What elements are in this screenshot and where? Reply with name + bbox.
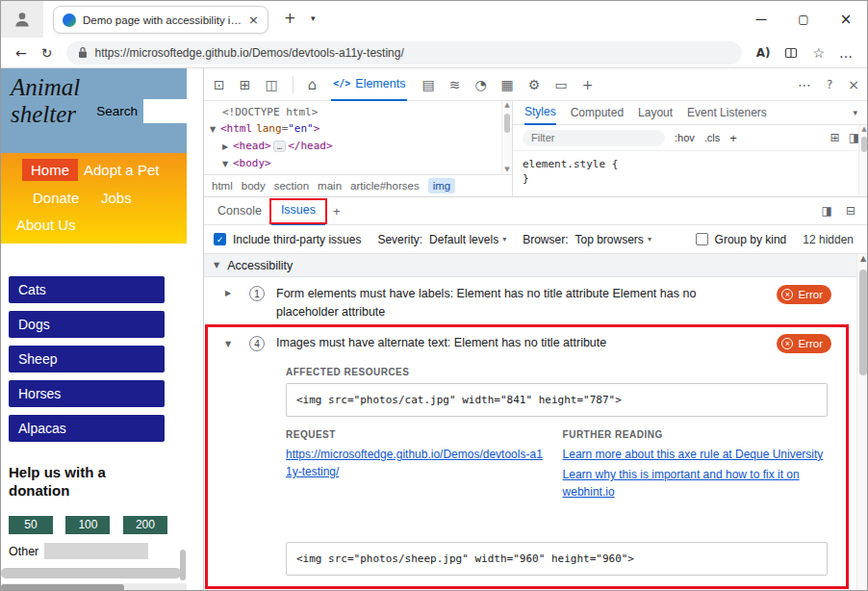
nav-home[interactable]: Home — [22, 159, 78, 181]
refresh-button[interactable]: ↻ — [41, 45, 53, 61]
category-button-cats[interactable]: Cats — [9, 276, 165, 303]
memory-panel-icon[interactable]: ▦ — [501, 77, 514, 92]
dom-ellipsis-button[interactable]: … — [273, 141, 286, 152]
issue-category-accessibility[interactable]: ▼ Accessibility — [204, 254, 856, 277]
settings-gear-icon[interactable]: ⚙ — [528, 77, 541, 92]
tab-computed[interactable]: Computed — [571, 106, 624, 119]
deque-rule-link[interactable]: Learn more about this axe rule at Deque … — [563, 446, 828, 463]
scrollbar-thumb[interactable] — [504, 114, 510, 133]
nav-jobs[interactable]: Jobs — [101, 190, 132, 206]
toggle-element-state-button[interactable]: :hov — [675, 132, 695, 143]
add-drawer-tab-button[interactable]: + — [325, 204, 348, 218]
more-tabs-button[interactable]: + — [582, 77, 594, 92]
nav-about-us[interactable]: About Us — [16, 217, 76, 233]
breadcrumb-body[interactable]: body — [242, 180, 266, 192]
element-style-open[interactable]: element.style { — [523, 157, 859, 171]
breadcrumb-article-horses[interactable]: article#horses — [350, 180, 420, 192]
request-link[interactable]: https://microsoftedge.github.io/Demos/de… — [286, 446, 546, 480]
dom-html-open[interactable]: <html — [220, 122, 252, 135]
focus-page-icon[interactable]: ◫ — [265, 77, 277, 92]
collapsed-arrow-icon[interactable]: ▶ — [225, 285, 237, 297]
profile-button[interactable] — [1, 1, 43, 38]
device-emulation-icon[interactable]: ⊞ — [240, 77, 251, 92]
styles-filter-input[interactable] — [523, 130, 665, 146]
issues-scrollbar[interactable]: ▲ — [856, 254, 868, 591]
tab-actions-chevron-icon[interactable]: ▾ — [311, 13, 316, 23]
collections-icon[interactable] — [784, 46, 798, 60]
tab-styles[interactable]: Styles — [524, 101, 556, 125]
tab-elements[interactable]: </> Elements — [331, 68, 407, 101]
sources-panel-icon[interactable]: ▤ — [421, 77, 434, 92]
affected-resource-code-sheep[interactable]: <img src="photos/sheep.jpg" width="960" … — [286, 542, 828, 576]
url-field[interactable]: https://microsoftedge.github.io/Demos/de… — [66, 41, 741, 64]
webhint-link[interactable]: Learn why this is important and how to f… — [563, 466, 828, 501]
include-third-party-checkbox[interactable]: ✓ — [214, 233, 226, 245]
dom-head-close[interactable]: </head> — [288, 140, 332, 152]
donation-slider[interactable] — [1, 568, 181, 578]
breadcrumb-main[interactable]: main — [318, 180, 342, 192]
new-tab-button[interactable]: + — [284, 10, 296, 27]
element-style-rule[interactable]: element.style { } — [513, 151, 868, 192]
amount-button-100[interactable]: 100 — [65, 516, 110, 534]
application-panel-icon[interactable]: ▭ — [554, 77, 567, 92]
minimize-button[interactable]: — — [740, 1, 782, 38]
back-button[interactable]: ← — [15, 45, 27, 61]
affected-resource-code-cat[interactable]: <img src="photos/cat.jpg" width="841" he… — [286, 383, 828, 417]
scroll-up-icon[interactable]: ▲ — [504, 101, 509, 109]
inspect-element-icon[interactable]: ⊡ — [214, 77, 225, 92]
dom-html-attr[interactable]: lang — [256, 122, 282, 135]
close-devtools-icon[interactable]: × — [848, 77, 859, 92]
issue-row-form-labels[interactable]: ▶ 1 Form elements must have labels: Elem… — [204, 277, 856, 327]
welcome-home-icon[interactable]: ⌂ — [308, 76, 318, 93]
category-button-alpacas[interactable]: Alpacas — [9, 415, 165, 442]
read-aloud-icon[interactable]: A) — [756, 46, 771, 60]
other-amount-input[interactable] — [44, 543, 148, 559]
breadcrumb-img-selected[interactable]: img — [428, 178, 456, 193]
category-button-sheep[interactable]: Sheep — [9, 346, 165, 373]
new-style-rule-button[interactable]: + — [729, 131, 737, 145]
nav-adopt-a-pet[interactable]: Adopt a Pet — [84, 162, 159, 178]
breadcrumb-section[interactable]: section — [274, 180, 309, 192]
category-button-horses[interactable]: Horses — [9, 380, 165, 407]
more-tabs-chevron-icon[interactable]: ▾ — [853, 108, 857, 117]
amount-button-200[interactable]: 200 — [123, 516, 167, 534]
settings-more-icon[interactable]: … — [839, 45, 853, 61]
tab-issues[interactable]: Issues — [271, 197, 325, 225]
styles-scrollbar[interactable]: ▲ — [858, 125, 868, 196]
close-window-button[interactable]: × — [825, 1, 867, 38]
page-vertical-scrollbar-thumb[interactable] — [180, 550, 186, 580]
nav-donate[interactable]: Donate — [33, 190, 79, 206]
category-button-dogs[interactable]: Dogs — [9, 311, 165, 338]
dom-html-value[interactable]: "en" — [288, 122, 314, 135]
performance-panel-icon[interactable]: ◔ — [474, 77, 486, 92]
tab-event-listeners[interactable]: Event Listeners — [687, 106, 767, 119]
element-classes-button[interactable]: .cls — [704, 132, 721, 143]
issue-row-images-alt[interactable]: ▼ 4 Images must have alternate text: Ele… — [204, 327, 856, 360]
more-options-icon[interactable]: ⋯ — [798, 77, 811, 92]
search-input[interactable] — [143, 99, 187, 123]
dom-head-open[interactable]: <head> — [233, 140, 271, 152]
dom-body-open[interactable]: <body> — [233, 157, 271, 169]
dom-tree-scrollbar[interactable]: ▲ ▼ — [501, 101, 512, 174]
collapse-arrow-icon[interactable]: ▶ — [222, 139, 233, 155]
scroll-down-icon[interactable]: ▼ — [502, 166, 512, 173]
grid-overlay-icon[interactable]: ⊞ — [830, 131, 840, 144]
scrollbar-thumb[interactable] — [859, 270, 867, 375]
network-panel-icon[interactable]: ≋ — [449, 77, 461, 92]
expanded-arrow-icon[interactable]: ▼ — [225, 340, 237, 348]
severity-dropdown[interactable]: Default levels ▾ — [429, 233, 506, 246]
favorites-star-icon[interactable]: ☆ — [812, 45, 825, 61]
browser-tab[interactable]: Demo page with accessibility issues × — [53, 6, 268, 34]
scroll-up-icon[interactable]: ▲ — [860, 254, 866, 263]
tab-close-icon[interactable]: × — [248, 13, 259, 27]
tab-console[interactable]: Console — [208, 197, 271, 225]
scrollbar-thumb[interactable] — [861, 137, 867, 152]
browser-dropdown[interactable]: Top browsers ▾ — [575, 233, 651, 246]
horizontal-scrollbar-thumb[interactable] — [1, 584, 124, 591]
scroll-up-icon[interactable]: ▲ — [861, 125, 866, 133]
maximize-button[interactable]: ▢ — [782, 1, 825, 38]
expand-arrow-icon[interactable]: ▼ — [210, 121, 220, 138]
page-horizontal-scrollbar[interactable] — [1, 583, 187, 591]
amount-button-50[interactable]: 50 — [9, 516, 53, 534]
expand-drawer-icon[interactable]: ⊟ — [846, 204, 855, 218]
